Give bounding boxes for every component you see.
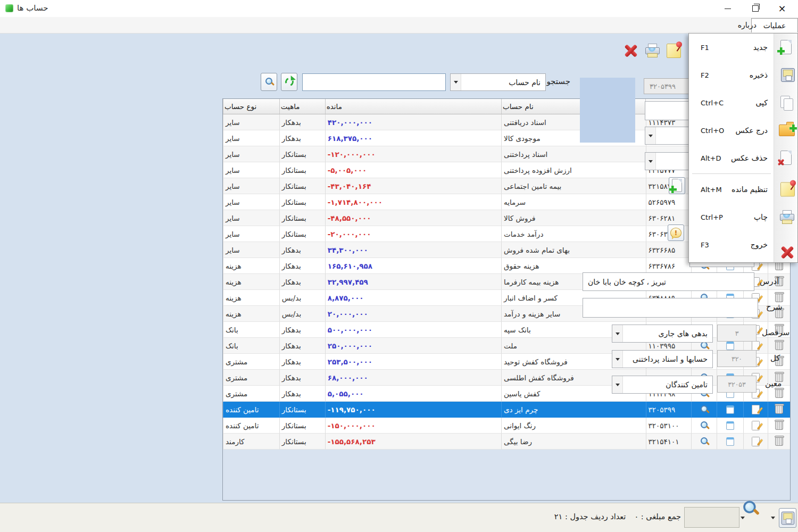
account-name-cell: ارزش افزوده پرداختنی [501, 162, 645, 178]
menu-item-insert-image[interactable]: درج عکسCtrl+O [689, 117, 797, 144]
turnover-cell[interactable] [691, 434, 717, 450]
search-input[interactable] [302, 73, 446, 91]
type-cell: سایر [223, 114, 279, 130]
status-summary: جمع مبلغی : ۰ تعداد ردیف جدول : ۲۱ [564, 512, 681, 521]
chevron-down-icon[interactable] [612, 351, 623, 368]
minimize-button[interactable] [716, 0, 739, 17]
chevron-down-icon[interactable] [741, 517, 745, 519]
account-name-cell: درآمد خدمات [501, 226, 645, 242]
menu-item-shortcut: Ctrl+O [701, 127, 724, 135]
chevron-down-icon[interactable] [612, 376, 623, 393]
toolbar-exit-button[interactable] [621, 41, 641, 60]
chevron-down-icon[interactable] [451, 74, 461, 90]
type-cell: سایر [223, 226, 279, 242]
delete-cell[interactable] [768, 402, 790, 418]
pin-note-icon [780, 182, 795, 197]
heading-combo[interactable]: بدهی های جاری [612, 325, 713, 343]
balance-cell: ۴۲۰,۰۰۰,۰۰۰ [325, 114, 501, 130]
address-input[interactable]: تبریز ، کوچه خان بابا خان [583, 272, 754, 291]
delete-cell[interactable] [768, 434, 790, 450]
info-button[interactable] [668, 225, 684, 241]
menu-about[interactable]: درباره [732, 18, 763, 32]
edit-cell[interactable] [743, 418, 768, 434]
new-document-icon [670, 178, 684, 193]
type-cell: سایر [223, 210, 279, 226]
chevron-down-icon[interactable] [645, 153, 656, 170]
delete-cell[interactable] [768, 338, 790, 354]
balance-cell: -۱,۷۱۴,۸۰۰,۰۰۰ [325, 194, 501, 210]
toolbar-pin-note-button[interactable] [664, 41, 683, 60]
magnifier-icon [700, 405, 709, 414]
balance-cell: ۸,۸۷۵,۰۰۰ [325, 290, 501, 306]
balance-cell: ۵,۰۵۵,۰۰۰ [325, 386, 501, 402]
menu-item-label: جدید [714, 43, 768, 52]
invoice-cell[interactable] [717, 402, 743, 418]
status-save-button[interactable] [779, 508, 796, 528]
edit-cell[interactable] [743, 402, 768, 418]
attach-new-button[interactable] [669, 177, 685, 194]
delete-image-icon [778, 149, 795, 167]
code-cell: ۵۲۶۵۹۷۹ [646, 194, 692, 210]
edit-cell[interactable] [743, 434, 768, 450]
table-row[interactable]: ۳۲۱۵۴۱۰۱رضا بیگی-۱۵۵,۵۶۸,۲۵۳بستانکارکارم… [223, 434, 790, 450]
nature-cell: بدهکار [279, 274, 325, 290]
type-cell: هزینه [223, 290, 279, 306]
restore-button[interactable] [744, 0, 767, 17]
menu-item-save[interactable]: ذخیرهF2 [689, 61, 797, 89]
type-cell: هزینه [223, 258, 279, 274]
invoice-icon [726, 421, 734, 430]
menu-item-pin-note[interactable]: تنظیم ماندهAlt+M [689, 176, 797, 203]
type-cell: بانک [223, 338, 279, 354]
close-button[interactable]: × [770, 0, 794, 17]
menu-item-label: تنظیم مانده [727, 185, 768, 194]
menu-item-label: چاپ [728, 213, 768, 221]
menu-item-exit[interactable]: خروجF3 [689, 231, 797, 259]
account-image-placeholder[interactable] [580, 78, 635, 143]
search-button[interactable] [261, 73, 277, 91]
subsidiary-combo[interactable]: تامین کنندگان [612, 376, 713, 394]
account-name-cell: چرم ایز دی [501, 402, 645, 418]
menu-item-shortcut: F2 [701, 71, 709, 79]
menu-item-copy[interactable]: کپیCtrl+C [689, 89, 797, 117]
balance-cell: -۱۲۰,۰۰۰,۰۰۰ [325, 146, 501, 162]
turnover-cell[interactable] [691, 402, 717, 418]
code-cell: ۶۳۳۶۷۸۶ [646, 258, 692, 274]
nature-cell: بدهکار [279, 130, 325, 146]
description-input[interactable] [583, 298, 758, 318]
menu-item-shortcut: Alt+M [701, 186, 722, 194]
menu-bar: عملیات درباره [0, 17, 798, 34]
table-row[interactable]: ۳۲۰۵۳۹۹چرم ایز دی-۱۱۹,۷۵۰,۰۰۰بستانکارتام… [223, 402, 790, 418]
chevron-down-icon[interactable] [612, 325, 623, 342]
header-type[interactable]: نوع حساب [223, 99, 279, 114]
general-combo[interactable]: حسابها و اسناد پرداختنی [612, 350, 713, 368]
code-cell: ۳۲۱۵۴۱۰۱ [646, 434, 692, 450]
turnover-cell[interactable] [691, 418, 717, 434]
header-balance[interactable]: مانده [325, 99, 501, 114]
description-label: شرح [766, 302, 783, 312]
pin-note-icon [667, 44, 681, 58]
type-cell: بانک [223, 322, 279, 338]
status-magnifier-icon[interactable] [742, 500, 776, 532]
balance-cell: -۲۰,۰۰۰,۰۰۰ [325, 226, 501, 242]
menu-item-new-document[interactable]: جدیدF1 [689, 34, 797, 61]
search-field-selector[interactable]: نام حساب [450, 73, 546, 91]
refresh-button[interactable] [281, 73, 297, 91]
nature-cell: بستانکار [279, 162, 325, 178]
invoice-cell[interactable] [717, 434, 743, 450]
delete-cell[interactable] [768, 418, 790, 434]
type-cell: سایر [223, 242, 279, 258]
menu-item-print[interactable]: چاپCtrl+P [689, 203, 797, 231]
nature-cell: بدهکار [279, 338, 325, 354]
table-row[interactable]: ۳۲۰۵۳۱۰۰رنگ ایوانی-۱۵۰,۰۰۰,۰۰۰بستانکارتا… [223, 418, 790, 434]
chevron-down-icon[interactable] [645, 127, 656, 144]
heading-code-field: ۳ [717, 325, 757, 342]
close-icon: × [778, 4, 786, 13]
toolbar-print-button[interactable] [643, 41, 662, 60]
menu-item-delete-image[interactable]: حذف عکسAlt+D [689, 144, 797, 172]
menu-item-shortcut: Alt+D [701, 154, 721, 162]
balance-cell: -۴۸,۵۵۰,۰۰۰ [325, 210, 501, 226]
new-document-icon [778, 39, 795, 56]
edit-icon [752, 437, 760, 446]
invoice-cell[interactable] [717, 418, 743, 434]
header-nature[interactable]: ماهیت [279, 99, 325, 114]
